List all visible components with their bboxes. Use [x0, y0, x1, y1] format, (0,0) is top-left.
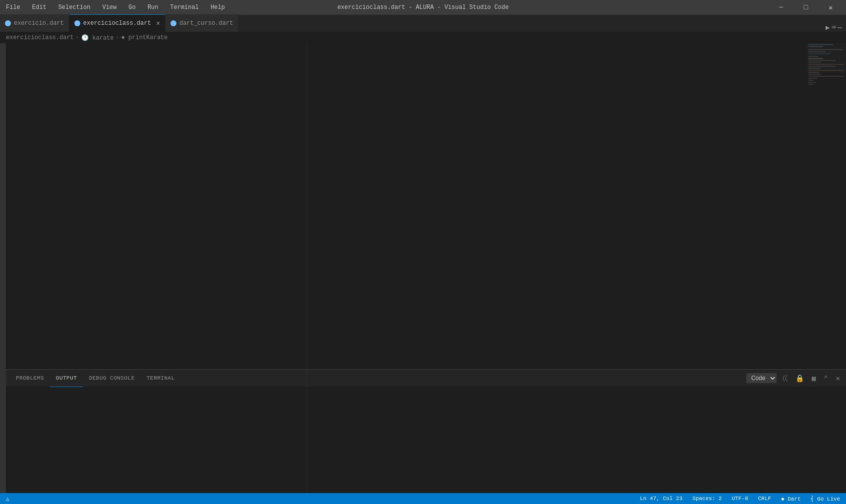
breadcrumb-file[interactable]: exercicioclass.dart: [6, 34, 74, 41]
code-content[interactable]: [31, 43, 806, 369]
breadcrumb-class[interactable]: 🕐 karate: [81, 34, 113, 42]
menu-edit[interactable]: Edit: [30, 3, 49, 12]
panel-split-icon[interactable]: 〈〈: [781, 373, 790, 383]
panel-controls: Code 〈〈 🔒 ▦ ⌃ ✕: [746, 373, 842, 384]
panel-tab-output[interactable]: OUTPUT: [50, 370, 83, 387]
status-left: △: [4, 496, 11, 502]
broadcast-icon: ⎨: [811, 496, 814, 502]
tab-close-icon[interactable]: ✕: [156, 20, 160, 27]
titlebar-menu: File Edit Selection View Go Run Terminal…: [4, 3, 227, 12]
svg-rect-16: [808, 76, 844, 77]
menu-terminal[interactable]: Terminal: [168, 3, 201, 12]
menu-file[interactable]: File: [4, 3, 22, 12]
git-icon: △: [6, 496, 9, 502]
panel-maximize-icon[interactable]: ⌃: [822, 373, 830, 384]
code-area: [6, 43, 846, 369]
window-title: exercicioclass.dart - ALURA - Visual Stu…: [338, 4, 509, 11]
status-position[interactable]: Ln 47, Col 23: [638, 496, 684, 502]
ruler-line: [307, 43, 307, 369]
statusbar: △ Ln 47, Col 23 Spaces: 2 UTF-8 CRLF ◆ D…: [0, 493, 846, 504]
file-icon: [170, 20, 176, 26]
breadcrumb-sep2: ›: [115, 34, 119, 41]
tab-label: exercicioclass.dart: [83, 20, 151, 27]
panel-tab-problems[interactable]: PROBLEMS: [10, 370, 50, 387]
panel: PROBLEMS OUTPUT DEBUG CONSOLE TERMINAL C…: [6, 369, 846, 493]
split-editor-button[interactable]: ⌨: [832, 23, 836, 32]
tabs-bar: exercicio.dart exercicioclass.dart ✕ dar…: [0, 15, 846, 32]
svg-rect-20: [808, 84, 813, 85]
menu-help[interactable]: Help: [209, 3, 227, 12]
breadcrumb-sep1: ›: [76, 34, 79, 41]
minimize-button[interactable]: −: [770, 0, 792, 15]
svg-rect-19: [808, 82, 816, 83]
activity-bar: [0, 43, 6, 493]
panel-tabs: PROBLEMS OUTPUT DEBUG CONSOLE TERMINAL C…: [6, 370, 846, 387]
tab-exercicio[interactable]: exercicio.dart: [0, 14, 69, 32]
status-golive[interactable]: ⎨ Go Live: [809, 496, 842, 502]
menu-go[interactable]: Go: [126, 3, 137, 12]
output-source-select[interactable]: Code: [746, 373, 777, 383]
menu-view[interactable]: View: [100, 3, 118, 12]
panel-tab-debug[interactable]: DEBUG CONSOLE: [83, 370, 140, 387]
tab-label: exercicio.dart: [14, 20, 64, 27]
svg-rect-21: [806, 43, 846, 73]
titlebar-left: File Edit Selection View Go Run Terminal…: [4, 3, 227, 12]
tab-exercicioclass[interactable]: exercicioclass.dart ✕: [69, 14, 166, 32]
status-eol[interactable]: CRLF: [756, 496, 773, 502]
status-spaces[interactable]: Spaces: 2: [690, 496, 724, 502]
menu-run[interactable]: Run: [146, 3, 161, 12]
panel-lock-icon[interactable]: 🔒: [793, 373, 806, 384]
close-button[interactable]: ✕: [819, 0, 842, 15]
main-area: PROBLEMS OUTPUT DEBUG CONSOLE TERMINAL C…: [0, 43, 846, 493]
titlebar: File Edit Selection View Go Run Terminal…: [0, 0, 846, 15]
minimap[interactable]: [806, 43, 846, 369]
tab-run-controls: ▶ ⌨ ⋯: [826, 23, 846, 32]
window-controls: − □ ✕: [770, 0, 842, 15]
panel-tab-terminal[interactable]: TERMINAL: [141, 370, 181, 387]
tab-label: dart_curso.dart: [179, 20, 233, 27]
status-encoding[interactable]: UTF-8: [730, 496, 750, 502]
file-icon: [74, 20, 80, 26]
status-git-branch[interactable]: △: [4, 496, 11, 502]
maximize-button[interactable]: □: [794, 0, 817, 15]
more-actions-button[interactable]: ⋯: [838, 23, 842, 32]
tab-dart-curso[interactable]: dart_curso.dart: [166, 14, 238, 32]
menu-selection[interactable]: Selection: [56, 3, 93, 12]
run-button[interactable]: ▶: [826, 23, 830, 32]
panel-close-icon[interactable]: ✕: [834, 373, 842, 384]
svg-rect-18: [808, 80, 813, 81]
breadcrumb: exercicioclass.dart › 🕐 karate › ● print…: [0, 32, 846, 43]
editor: PROBLEMS OUTPUT DEBUG CONSOLE TERMINAL C…: [6, 43, 846, 493]
panel-content[interactable]: [6, 387, 846, 493]
status-right: Ln 47, Col 23 Spaces: 2 UTF-8 CRLF ◆ Dar…: [638, 496, 842, 502]
svg-rect-15: [808, 74, 821, 75]
file-icon: [5, 20, 11, 26]
breadcrumb-method[interactable]: ● printKarate: [121, 34, 168, 41]
panel-copy-icon[interactable]: ▦: [810, 373, 818, 384]
dart-icon: ◆: [781, 496, 785, 502]
svg-rect-17: [808, 78, 817, 79]
status-language[interactable]: ◆ Dart: [779, 496, 803, 502]
line-numbers: [6, 43, 31, 369]
